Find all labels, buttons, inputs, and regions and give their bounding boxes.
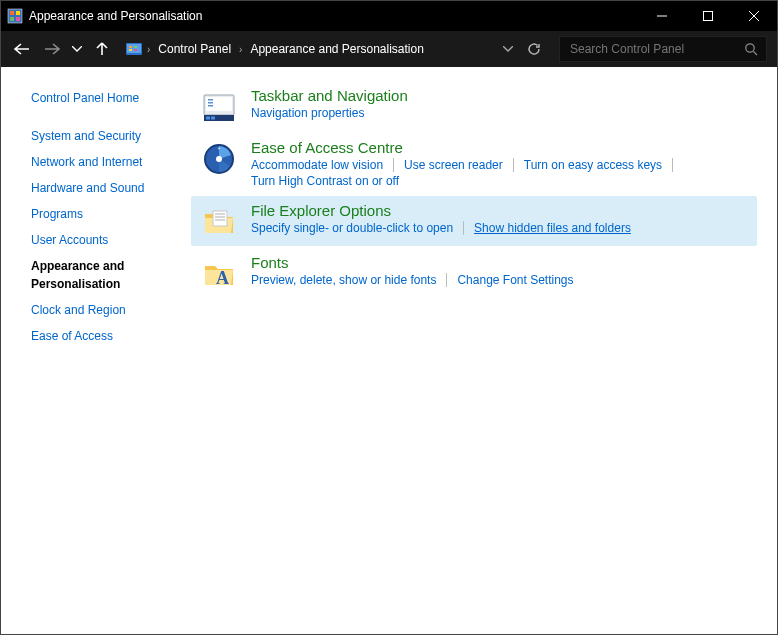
category-title[interactable]: Taskbar and Navigation [251,87,408,104]
chevron-right-icon[interactable]: › [239,44,242,55]
maximize-button[interactable] [685,1,731,31]
control-panel-icon [125,40,143,58]
link-separator [446,273,447,287]
sidebar-item[interactable]: Hardware and Sound [1,175,191,201]
category-link[interactable]: Use screen reader [404,158,503,172]
category-link[interactable]: Change Font Settings [457,273,573,287]
fonts-icon[interactable]: A [201,256,237,292]
category-link[interactable]: Turn High Contrast on or off [251,174,399,188]
up-button[interactable] [91,38,113,60]
svg-rect-24 [211,117,215,120]
category-row: Taskbar and NavigationNavigation propert… [191,81,757,131]
category-link[interactable]: Navigation properties [251,106,364,120]
sidebar-item[interactable]: System and Security [1,123,191,149]
svg-line-16 [754,52,758,56]
category-row: Ease of Access CentreAccommodate low vis… [191,133,757,194]
sidebar-item[interactable]: Ease of Access [1,323,191,349]
recent-locations-dropdown[interactable] [71,38,83,60]
breadcrumb[interactable]: › Control Panel › Appearance and Persona… [125,40,513,58]
svg-rect-23 [206,117,210,120]
link-separator [672,158,673,172]
control-panel-window: Appearance and Personalisation [0,0,778,635]
breadcrumb-root[interactable]: Control Panel [154,40,235,58]
chevron-right-icon[interactable]: › [147,44,150,55]
svg-rect-13 [129,49,132,51]
svg-rect-12 [134,46,137,48]
svg-point-15 [746,44,754,52]
category-link[interactable]: Specify single- or double-click to open [251,221,453,235]
svg-rect-28 [213,211,227,226]
svg-rect-1 [10,11,14,15]
sidebar-home[interactable]: Control Panel Home [1,85,191,111]
content: Taskbar and NavigationNavigation propert… [191,67,777,634]
minimize-button[interactable] [639,1,685,31]
svg-point-27 [216,156,222,162]
svg-rect-14 [134,49,137,51]
svg-rect-21 [208,105,213,107]
forward-button[interactable] [41,38,63,60]
close-button[interactable] [731,1,777,31]
svg-rect-10 [127,44,141,53]
search-box[interactable] [559,36,767,62]
svg-text:A: A [216,268,229,288]
address-dropdown-icon[interactable] [503,46,513,52]
category-link[interactable]: Show hidden files and folders [474,221,631,235]
svg-rect-11 [129,46,132,48]
app-icon [7,8,23,24]
window-title: Appearance and Personalisation [29,9,202,23]
svg-rect-19 [208,99,213,101]
category-row: File Explorer OptionsSpecify single- or … [191,196,757,246]
category-link[interactable]: Accommodate low vision [251,158,383,172]
category-title[interactable]: File Explorer Options [251,202,391,219]
titlebar: Appearance and Personalisation [1,1,777,31]
sidebar: Control Panel Home System and SecurityNe… [1,67,191,634]
svg-rect-3 [10,17,14,21]
sidebar-item[interactable]: Programs [1,201,191,227]
taskbar-icon[interactable] [201,89,237,125]
category-title[interactable]: Ease of Access Centre [251,139,403,156]
link-separator [463,221,464,235]
search-icon[interactable] [744,42,758,56]
link-separator [393,158,394,172]
category-link[interactable]: Turn on easy access keys [524,158,662,172]
svg-rect-6 [704,12,713,21]
svg-rect-4 [16,17,20,21]
sidebar-item[interactable]: User Accounts [1,227,191,253]
refresh-button[interactable] [523,38,545,60]
category-title[interactable]: Fonts [251,254,289,271]
breadcrumb-current[interactable]: Appearance and Personalisation [246,40,427,58]
sidebar-item[interactable]: Network and Internet [1,149,191,175]
folder-icon[interactable] [201,204,237,240]
category-row: AFontsPreview, delete, show or hide font… [191,248,757,298]
sidebar-item[interactable]: Clock and Region [1,297,191,323]
navbar: › Control Panel › Appearance and Persona… [1,31,777,67]
svg-rect-2 [16,11,20,15]
back-button[interactable] [11,38,33,60]
sidebar-item[interactable]: Appearance and Personalisation [1,253,191,297]
ease-icon[interactable] [201,141,237,177]
search-input[interactable] [568,41,744,57]
link-separator [513,158,514,172]
category-link[interactable]: Preview, delete, show or hide fonts [251,273,436,287]
svg-rect-20 [208,102,213,104]
